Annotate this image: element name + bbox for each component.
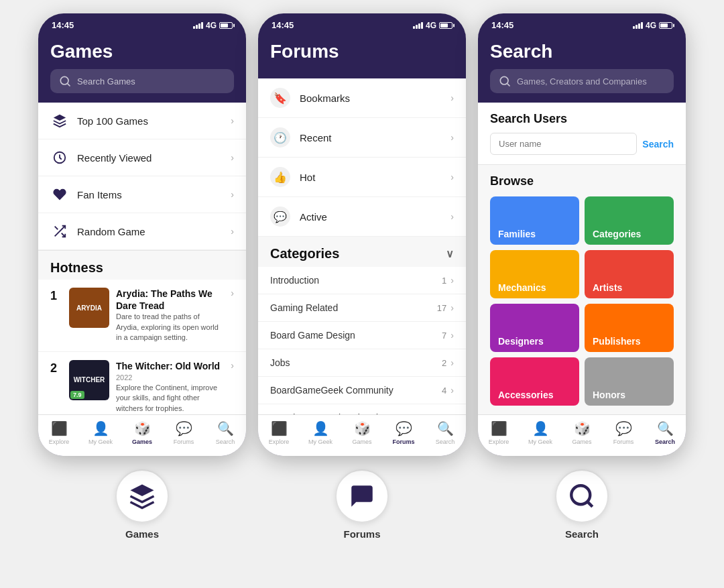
- chevron-random: ›: [231, 226, 234, 237]
- hotness-item-1[interactable]: 1 ARYDIA Arydia: The Paths We Dare Tread…: [38, 280, 246, 352]
- hotness-desc-1: Dare to tread the paths of Arydia, explo…: [116, 312, 224, 343]
- tab-forums-label-s: Forums: [613, 438, 634, 445]
- games-icon-f: 🎲: [354, 420, 371, 436]
- games-phone: 14:45 4G Games: [38, 13, 246, 456]
- browse-card-categories[interactable]: Categories: [585, 196, 674, 245]
- search-tab-icon-f: 🔍: [437, 420, 454, 436]
- tab-forums-games[interactable]: 💬 Forums: [163, 420, 204, 445]
- games-menu: Top 100 Games › Recently Viewed ›: [38, 103, 246, 251]
- games-app-icon[interactable]: [115, 469, 169, 523]
- tab-search-games[interactable]: 🔍 Search: [204, 420, 246, 445]
- search-app-icon[interactable]: [555, 469, 609, 523]
- cat-bgdesign[interactable]: Board Game Design 7 ›: [258, 322, 466, 349]
- chevron-recent-f: ›: [450, 132, 454, 143]
- cat-bggrel[interactable]: BoardGameGeek Related 9 ›: [258, 404, 466, 414]
- forum-label-recent: Recent: [300, 132, 441, 143]
- tab-games-forums[interactable]: 🎲 Games: [341, 420, 383, 445]
- tab-forums-forums[interactable]: 💬 Forums: [383, 420, 424, 445]
- tab-explore-search[interactable]: ⬛ Explore: [478, 420, 520, 445]
- tab-explore-forums[interactable]: ⬛ Explore: [258, 420, 300, 445]
- tab-search-label-s: Search: [655, 438, 675, 445]
- browse-card-mechanics[interactable]: Mechanics: [490, 250, 579, 298]
- browse-card-honors[interactable]: Honors: [585, 357, 674, 406]
- menu-item-recent[interactable]: Recently Viewed ›: [38, 139, 246, 176]
- games-icon-s: 🎲: [574, 420, 591, 436]
- status-bar-search: 14:45 4G: [478, 13, 686, 33]
- username-input[interactable]: [490, 133, 637, 155]
- browse-card-publishers[interactable]: Publishers: [585, 304, 674, 352]
- search-icon-s: [498, 74, 511, 88]
- chevron-fan: ›: [231, 189, 234, 200]
- tab-games-games[interactable]: 🎲 Games: [121, 420, 163, 445]
- chevron-hot: ›: [450, 172, 454, 182]
- browse-label-mechanics: Mechanics: [498, 282, 546, 293]
- browse-label-families: Families: [498, 229, 536, 239]
- forums-phone: 14:45 4G Forums: [258, 13, 466, 456]
- tab-forums-search[interactable]: 💬 Forums: [603, 420, 644, 445]
- forum-item-active[interactable]: 💬 Active ›: [258, 197, 466, 237]
- browse-title: Browse: [490, 174, 674, 188]
- tab-search-search[interactable]: 🔍 Search: [644, 420, 686, 445]
- menu-item-random[interactable]: Random Game ›: [38, 213, 246, 250]
- chevron-recent: ›: [231, 152, 234, 163]
- tab-search-label: Search: [216, 438, 235, 445]
- browse-card-families[interactable]: Families: [490, 196, 579, 245]
- person-icon-s: 👤: [532, 420, 549, 436]
- chat-icon-wrap: 💬: [270, 207, 290, 227]
- hotness-info-1: Arydia: The Paths We Dare Tread Dare to …: [116, 288, 224, 343]
- search-input-bar[interactable]: Games, Creators and Companies: [490, 69, 674, 93]
- menu-item-top100[interactable]: Top 100 Games ›: [38, 103, 246, 139]
- tab-games-search[interactable]: 🎲 Games: [561, 420, 603, 445]
- tab-mygeek-games[interactable]: 👤 My Geek: [80, 420, 121, 445]
- menu-item-fan[interactable]: Fan Items ›: [38, 176, 246, 213]
- browse-label-accessories: Accessories: [498, 390, 554, 400]
- browse-card-accessories[interactable]: Accessories: [490, 357, 579, 406]
- tab-mygeek-search[interactable]: 👤 My Geek: [520, 420, 561, 445]
- tab-search-forums[interactable]: 🔍 Search: [424, 420, 466, 445]
- time-forums: 14:45: [272, 20, 294, 30]
- battery-forums: [439, 22, 452, 29]
- cat-gaming-name: Gaming Related: [270, 302, 437, 313]
- network-search: 4G: [646, 21, 656, 30]
- tab-explore-label: Explore: [49, 438, 70, 445]
- browse-label-artists: Artists: [593, 282, 622, 293]
- cat-bggcom[interactable]: BoardGameGeek Community 4 ›: [258, 377, 466, 404]
- forum-label-bookmarks: Bookmarks: [300, 93, 441, 104]
- tab-mygeek-label-s: My Geek: [528, 438, 552, 445]
- signal-search: [633, 22, 643, 29]
- browse-card-designers[interactable]: Designers: [490, 304, 579, 352]
- hotness-thumb-1: ARYDIA: [69, 288, 109, 328]
- cat-gaming[interactable]: Gaming Related 17 ›: [258, 294, 466, 322]
- clock-icon: [50, 148, 69, 167]
- forum-item-bookmarks[interactable]: 🔖 Bookmarks ›: [258, 78, 466, 118]
- battery-search: [659, 22, 672, 29]
- games-search-bar[interactable]: Search Games: [50, 69, 234, 93]
- tab-mygeek-forums[interactable]: 👤 My Geek: [300, 420, 341, 445]
- tab-search-label-f: Search: [436, 438, 455, 445]
- status-bar-games: 14:45 4G: [38, 13, 246, 33]
- hotness-item-2[interactable]: 2 WITCHER 7.9 The Witcher: Old World 202…: [38, 352, 246, 414]
- tab-explore-games[interactable]: ⬛ Explore: [38, 420, 80, 445]
- browse-section: Browse Families Categories Mechanics: [478, 165, 686, 414]
- browse-card-artists[interactable]: Artists: [585, 250, 674, 298]
- cat-bggcom-count: 4: [442, 386, 446, 396]
- forum-item-hot[interactable]: 👍 Hot ›: [258, 158, 466, 197]
- cat-intro[interactable]: Introduction 1 ›: [258, 267, 466, 294]
- forums-app-icon-wrap: Forums: [335, 469, 389, 540]
- games-title: Games: [50, 41, 234, 62]
- search-phone-col: 14:45 4G Search Ga: [478, 13, 686, 540]
- time-search: 14:45: [491, 20, 514, 30]
- browse-label-publishers: Publishers: [593, 336, 641, 347]
- heart-icon: [50, 185, 69, 204]
- status-right-games: 4G: [193, 21, 233, 30]
- forums-header: Forums: [258, 33, 466, 78]
- forums-app-icon[interactable]: [335, 469, 389, 523]
- forum-item-recent[interactable]: 🕐 Recent ›: [258, 118, 466, 158]
- tab-bar-forums: ⬛ Explore 👤 My Geek 🎲 Games 💬 Forums: [258, 414, 466, 456]
- cat-jobs[interactable]: Jobs 2 ›: [258, 349, 466, 377]
- tab-mygeek-label-f: My Geek: [308, 438, 333, 445]
- cat-jobs-name: Jobs: [270, 357, 442, 368]
- search-user-button[interactable]: Search: [642, 139, 674, 150]
- chevron-down-categories: ∨: [446, 247, 454, 260]
- tab-forums-label-f: Forums: [392, 438, 414, 445]
